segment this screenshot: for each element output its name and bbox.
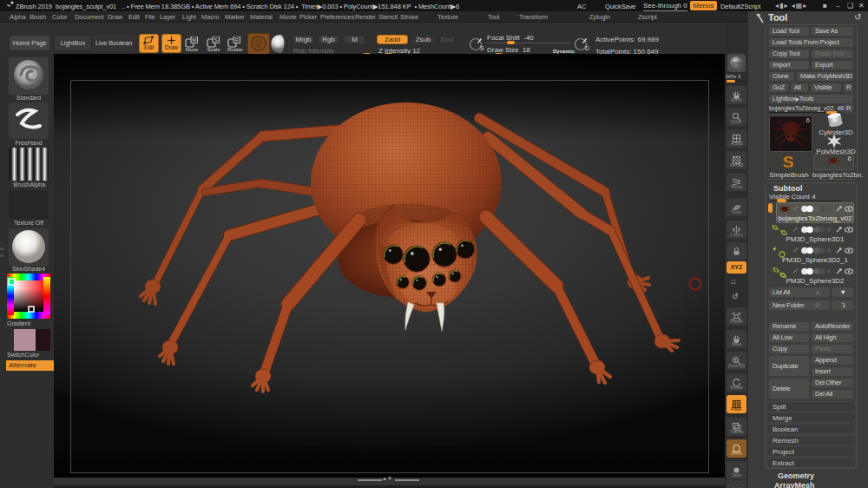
svg-text:BPR: BPR	[732, 61, 741, 66]
svg-text:S: S	[480, 45, 484, 51]
svg-text:S: S	[783, 154, 794, 171]
svg-text:S: S	[214, 37, 218, 43]
svg-text:M: M	[192, 37, 196, 43]
svg-text:R: R	[235, 37, 240, 43]
svg-text:D: D	[585, 45, 589, 51]
